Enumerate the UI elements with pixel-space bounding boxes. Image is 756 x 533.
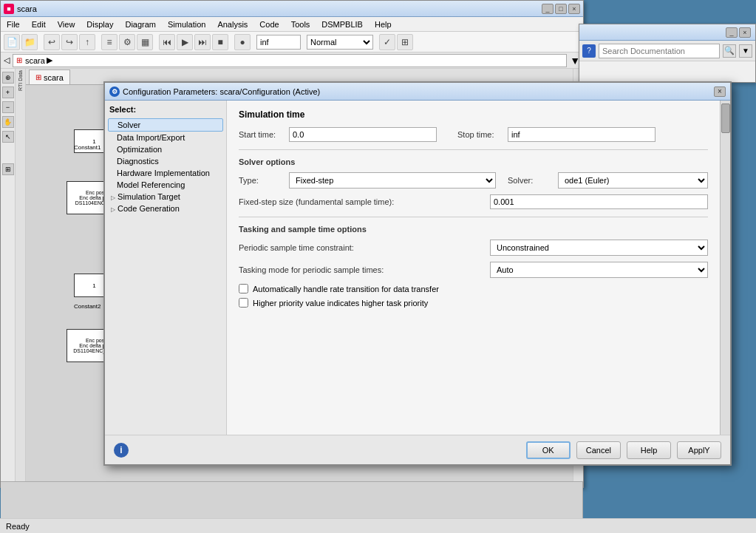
menu-diagram[interactable]: Diagram — [122, 19, 159, 30]
select-label: Select: — [108, 103, 223, 115]
sidebar-select[interactable]: ↖ — [2, 131, 14, 143]
doc-window: _ × ? 🔍 ▼ — [579, 24, 756, 83]
tab-scara[interactable]: ⊞ scara — [29, 69, 70, 84]
menu-edit[interactable]: Edit — [29, 19, 49, 30]
doc-min[interactable]: _ — [726, 27, 738, 38]
play-btn[interactable]: ▶ — [177, 34, 193, 50]
open-btn[interactable]: 📁 — [21, 34, 38, 50]
doc-controls[interactable]: _ × — [726, 27, 751, 38]
solver-label: Solver: — [508, 176, 552, 185]
tab-icon: ⊞ — [35, 73, 41, 81]
menu-analysis[interactable]: Analysis — [214, 19, 251, 30]
start-stop-row: Start time: Stop time: — [239, 127, 708, 142]
address-text: scara — [25, 56, 45, 65]
menu-code[interactable]: Code — [256, 19, 282, 30]
menu-tools[interactable]: Tools — [288, 19, 313, 30]
dialog-title: Configuration Parameters: scara/Configur… — [123, 87, 320, 96]
dialog-close-button[interactable]: × — [714, 86, 726, 97]
nav-back[interactable]: ◁ — [4, 55, 10, 65]
search-input[interactable] — [599, 44, 720, 58]
apply-button[interactable]: ApplY — [677, 441, 721, 459]
select-model-ref[interactable]: Model Referencing — [108, 179, 223, 191]
menu-display[interactable]: Display — [84, 19, 116, 30]
rti-panel: RTI Data — [16, 69, 26, 481]
help-button[interactable]: Help — [627, 441, 671, 459]
validate-btn[interactable]: ✓ — [379, 34, 395, 50]
undo-btn[interactable]: ↩ — [44, 34, 60, 50]
checkbox1-row: Automatically handle rate transition for… — [239, 284, 708, 293]
record-btn[interactable]: ● — [234, 34, 251, 50]
ok-button[interactable]: OK — [526, 441, 571, 459]
periodic-select[interactable]: Unconstrained Ensure sample time indepen… — [490, 240, 708, 256]
sidebar-zoom-in[interactable]: + — [2, 86, 14, 98]
scrollbar[interactable] — [720, 101, 730, 435]
tasking-mode-select[interactable]: Auto SingleTasking MultiTasking — [490, 262, 708, 278]
doc-close[interactable]: × — [739, 27, 751, 38]
scroll-thumb[interactable] — [721, 103, 730, 133]
cancel-button[interactable]: Cancel — [576, 441, 621, 459]
stop-time-input[interactable] — [508, 127, 655, 142]
select-optimization[interactable]: Optimization — [108, 143, 223, 155]
fixed-step-input[interactable] — [490, 194, 708, 209]
sidebar-zoom-fit[interactable]: ⊕ — [2, 72, 14, 84]
stop-btn[interactable]: ■ — [212, 34, 228, 50]
redo-btn[interactable]: ↪ — [61, 34, 78, 50]
status-text: Ready — [6, 522, 30, 531]
maximize-button[interactable]: □ — [555, 4, 567, 14]
address-arrow: ▶ — [47, 55, 52, 65]
select-panel: Select: Solver Data Import/Export Optimi… — [105, 101, 227, 435]
type-select[interactable]: Fixed-step Variable-step — [289, 172, 496, 189]
menu-file[interactable]: File — [4, 19, 23, 30]
info-icon[interactable]: i — [114, 443, 129, 458]
select-code-gen[interactable]: ▷ Code Generation — [108, 203, 223, 214]
menu-view[interactable]: View — [55, 19, 78, 30]
menu-bar: File Edit View Display Diagram Simulatio… — [1, 17, 583, 32]
sim-time-input[interactable] — [256, 35, 301, 50]
checkbox2-row: Higher priority value indicates higher t… — [239, 298, 708, 308]
search-options[interactable]: ▼ — [739, 44, 752, 58]
address-input[interactable]: ⊞ scara ▶ — [13, 54, 567, 67]
doc-icon: ? — [582, 44, 596, 58]
periodic-row: Periodic sample time constraint: Unconst… — [239, 240, 708, 256]
left-sidebar: ⊕ + − ✋ ↖ ⊞ — [1, 69, 16, 481]
address-bar: ◁ ⊞ scara ▶ ▼ — [1, 52, 583, 69]
tasking-mode-label: Tasking mode for periodic sample times: — [239, 265, 401, 274]
sidebar-all[interactable]: ⊞ — [2, 163, 14, 175]
window-title: scara — [17, 4, 37, 13]
play-prev-btn[interactable]: ⏮ — [159, 34, 175, 50]
rti-label[interactable]: RTI Data — [18, 70, 23, 91]
select-sim-target[interactable]: ▷ Simulation Target — [108, 191, 223, 203]
menu-dsmpblib[interactable]: DSMPBLIB — [319, 19, 366, 30]
sidebar-zoom-out[interactable]: − — [2, 101, 14, 113]
solver-select[interactable]: ode1 (Euler) ode2 ode3 — [558, 172, 708, 189]
select-solver[interactable]: Solver — [108, 118, 223, 132]
checkbox-auto-rate[interactable] — [239, 284, 248, 293]
step-btn[interactable]: ⏭ — [194, 34, 211, 50]
up-btn[interactable]: ↑ — [79, 34, 95, 50]
sim-mode-select[interactable]: Normal Accelerator — [307, 35, 373, 50]
minimize-button[interactable]: _ — [542, 4, 554, 14]
select-diagnostics[interactable]: Diagnostics — [108, 155, 223, 167]
sidebar-pan[interactable]: ✋ — [2, 116, 14, 128]
grid-btn[interactable]: ▦ — [137, 34, 153, 50]
start-time-input[interactable] — [289, 127, 437, 142]
dialog-title-left: ⚙ Configuration Parameters: scara/Config… — [109, 86, 320, 97]
select-data-import[interactable]: Data Import/Export — [108, 132, 223, 143]
settings-btn[interactable]: ⚙ — [119, 34, 135, 50]
tasking-label: Tasking and sample time options — [239, 225, 708, 234]
checkbox-priority[interactable] — [239, 298, 248, 308]
type-solver-row: Type: Fixed-step Variable-step Solver: o… — [239, 172, 708, 189]
lib-btn[interactable]: ≡ — [101, 34, 118, 50]
close-button[interactable]: × — [568, 4, 580, 14]
solver-options-label: Solver options — [239, 157, 708, 166]
window-controls[interactable]: _ □ × — [542, 4, 580, 14]
tasking-mode-row: Tasking mode for periodic sample times: … — [239, 262, 708, 278]
new-btn[interactable]: 📄 — [4, 34, 20, 50]
select-hardware[interactable]: Hardware Implementation — [108, 167, 223, 179]
search-button[interactable]: 🔍 — [723, 44, 736, 58]
menu-simulation[interactable]: Simulation — [165, 19, 208, 30]
menu-help[interactable]: Help — [372, 19, 395, 30]
more-btn[interactable]: ⊞ — [397, 34, 413, 50]
type-label: Type: — [239, 176, 283, 185]
block-constant1-label: Constant1 — [74, 144, 101, 151]
